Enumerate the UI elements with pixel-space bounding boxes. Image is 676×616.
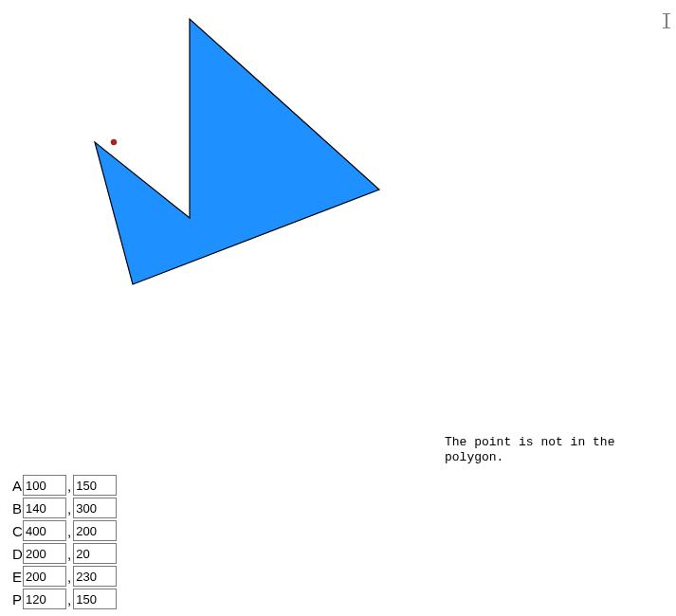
label-a: A	[12, 478, 23, 494]
input-a-x[interactable]	[23, 475, 66, 496]
polygon-shape	[95, 19, 379, 284]
input-a-y[interactable]	[73, 475, 117, 496]
label-e: E	[12, 569, 23, 585]
input-e-x[interactable]	[23, 566, 66, 587]
comma: ,	[66, 500, 73, 516]
label-d: D	[12, 546, 23, 562]
input-c-x[interactable]	[23, 520, 66, 541]
input-e-y[interactable]	[73, 566, 117, 587]
comma: ,	[66, 546, 73, 562]
row-a: A ,	[12, 474, 117, 497]
status-message: The point is not in the polygon.	[445, 435, 625, 466]
coordinate-inputs: A , B , C , D , E , P ,	[12, 474, 117, 610]
comma: ,	[66, 591, 73, 607]
row-d: D ,	[12, 542, 117, 565]
input-d-y[interactable]	[73, 543, 117, 564]
row-e: E ,	[12, 565, 117, 588]
input-d-x[interactable]	[23, 543, 66, 564]
input-c-y[interactable]	[73, 520, 117, 541]
label-p: P	[12, 591, 23, 607]
comma: ,	[66, 478, 73, 494]
row-p: P ,	[12, 588, 117, 610]
label-c: C	[12, 523, 23, 539]
input-b-x[interactable]	[23, 498, 66, 518]
input-b-y[interactable]	[73, 498, 117, 518]
row-b: B ,	[12, 497, 117, 519]
input-p-y[interactable]	[73, 589, 117, 609]
comma: ,	[66, 523, 73, 539]
input-p-x[interactable]	[23, 589, 66, 609]
row-c: C ,	[12, 519, 117, 542]
label-b: B	[12, 500, 23, 516]
comma: ,	[66, 569, 73, 585]
test-point-dot	[111, 139, 117, 145]
